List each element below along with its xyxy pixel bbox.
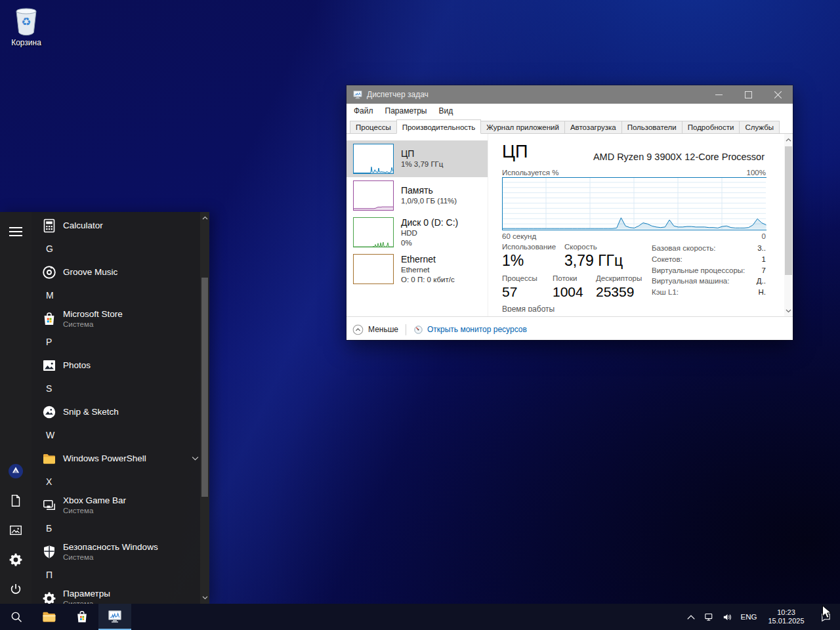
rail-pictures-button[interactable]	[0, 515, 32, 545]
app-label: Windows PowerShell	[63, 453, 146, 464]
documents-icon	[9, 494, 23, 508]
clock[interactable]: 10:2315.01.2025	[761, 604, 811, 630]
start-app-windows-powershell[interactable]: Windows PowerShell	[32, 447, 209, 471]
cpu-usage-chart	[502, 177, 766, 230]
app-label: Безопасность Windows	[63, 542, 158, 553]
user-avatar-icon	[8, 463, 24, 479]
app-sublabel: Система	[63, 320, 123, 329]
chevron-down-icon[interactable]	[192, 456, 199, 461]
app-sublabel: Система	[63, 506, 126, 515]
scroll-down-icon[interactable]	[200, 593, 209, 602]
app-section-Б[interactable]: Б	[32, 517, 209, 541]
microsoft-store-icon	[41, 311, 57, 327]
start-menu-scrollbar[interactable]	[200, 212, 209, 604]
volume-tray-button[interactable]	[718, 604, 736, 630]
tab-Журнал приложений[interactable]: Журнал приложений	[480, 121, 565, 134]
start-app-groove-music[interactable]: Groove Music	[32, 261, 209, 284]
scroll-up-icon[interactable]	[784, 135, 793, 144]
start-app-snip-sketch[interactable]: Snip & Sketch	[32, 400, 209, 424]
scrollbar-thumb[interactable]	[785, 146, 792, 275]
uptime-label: Время работы	[502, 304, 555, 312]
taskbar-file-explorer-button[interactable]	[33, 604, 66, 630]
taskbar-microsoft-store-button[interactable]	[66, 604, 98, 630]
app-section-G[interactable]: G	[32, 238, 209, 261]
detail-row: Сокетов:1	[652, 255, 766, 266]
app-label: Параметры	[63, 589, 110, 599]
start-app-microsoft-store[interactable]: Microsoft StoreСистема	[32, 307, 209, 331]
performance-body: ЦП1% 3,79 ГГцПамять1,0/9,0 ГБ (11%)Диск …	[346, 134, 793, 316]
cpu-panel: ЦП AMD Ryzen 9 3900X 12-Core Processor И…	[495, 134, 785, 312]
tab-Автозагрузка[interactable]: Автозагрузка	[564, 121, 622, 134]
stat-Скорость: Скорость3,79 ГГц	[564, 243, 623, 270]
sidebar-item-cpu[interactable]: ЦП1% 3,79 ГГц	[346, 140, 488, 177]
system-tray: ENG 10:2315.01.2025	[682, 604, 840, 630]
hamburger-menu-button[interactable]	[0, 217, 32, 246]
sidebar-item-title: Диск 0 (D: C:)	[401, 217, 458, 228]
start-app-photos[interactable]: Photos	[32, 354, 209, 377]
minimize-button[interactable]	[704, 85, 734, 104]
app-section-P[interactable]: P	[32, 331, 209, 354]
language-indicator[interactable]: ENG	[736, 604, 761, 630]
tab-Подробности[interactable]: Подробности	[682, 121, 740, 134]
tray-overflow-button[interactable]	[682, 604, 700, 630]
chevron-up-icon	[686, 614, 696, 620]
sidebar-item-sub: 1% 3,79 ГГц	[401, 159, 443, 169]
task-manager-footer: Меньше Открыть монитор ресурсов	[346, 316, 793, 342]
axis-label-0: 0	[762, 232, 766, 240]
tab-Пользователи[interactable]: Пользователи	[621, 121, 682, 134]
taskbar-search-button[interactable]	[0, 604, 33, 630]
network-tray-button[interactable]	[700, 604, 718, 630]
sidebar-item-ethernet[interactable]: EthernetEthernetО: 0 П: 0 кбит/с	[346, 251, 488, 287]
panel-scrollbar[interactable]	[784, 134, 793, 316]
app-section-W[interactable]: W	[32, 424, 209, 448]
maximize-button[interactable]	[734, 85, 763, 104]
sidebar-item-disk[interactable]: Диск 0 (D: C:)HDD0%	[346, 214, 488, 251]
title-bar[interactable]: Диспетчер задач	[346, 85, 793, 104]
close-button[interactable]	[763, 85, 793, 104]
start-app-xbox-game-bar[interactable]: Xbox Game BarСистема	[32, 494, 209, 517]
scrollbar-thumb[interactable]	[201, 278, 208, 497]
stat-Потоки: Потоки1004	[553, 274, 596, 300]
rail-power-button[interactable]	[0, 574, 32, 604]
hamburger-icon	[9, 226, 22, 237]
chevron-up-circle-icon	[352, 324, 364, 335]
mini-chart	[353, 254, 394, 284]
date: 15.01.2025	[768, 617, 804, 625]
rail-user-button[interactable]	[0, 456, 32, 486]
menu-item-0[interactable]: Файл	[348, 106, 379, 116]
groove-music-icon	[41, 264, 57, 280]
open-resource-monitor-link[interactable]: Открыть монитор ресурсов	[413, 325, 527, 335]
sidebar-item-title: Ethernet	[401, 254, 455, 265]
recycle-bin[interactable]: ♻ Корзина	[5, 4, 47, 47]
fewer-details-button[interactable]: Меньше	[352, 324, 398, 335]
action-center-button[interactable]	[811, 604, 840, 630]
scroll-up-icon[interactable]	[200, 213, 209, 222]
app-section-X[interactable]: X	[32, 471, 209, 494]
app-section-S[interactable]: S	[32, 377, 209, 401]
start-app-calculator[interactable]: Calculator	[32, 214, 209, 238]
detail-row: Виртуальные процессоры:7	[652, 266, 766, 278]
rail-settings-button[interactable]	[0, 545, 32, 574]
stat-Использование: Использование1%	[502, 243, 564, 270]
store-icon	[75, 610, 89, 624]
performance-sidebar: ЦП1% 3,79 ГГцПамять1,0/9,0 ГБ (11%)Диск …	[346, 134, 488, 316]
start-app-settings[interactable]: ПараметрыСистема	[32, 587, 209, 604]
menu-item-1[interactable]: Параметры	[379, 106, 433, 116]
rail-documents-button[interactable]	[0, 486, 32, 515]
start-menu: CalculatorGGroove MusicMMicrosoft StoreС…	[0, 212, 209, 604]
scroll-down-icon[interactable]	[784, 306, 793, 316]
app-section-M[interactable]: M	[32, 284, 209, 308]
window-title: Диспетчер задач	[367, 90, 429, 99]
menu-item-2[interactable]: Вид	[432, 106, 459, 116]
app-section-П[interactable]: П	[32, 564, 209, 587]
xbox-game-bar-icon	[41, 497, 57, 513]
sidebar-item-title: ЦП	[401, 148, 443, 159]
recycle-bin-icon: ♻	[10, 4, 42, 37]
tab-Службы[interactable]: Службы	[739, 121, 780, 134]
sidebar-item-sub: Ethernet	[401, 265, 455, 275]
tab-Производительность[interactable]: Производительность	[396, 119, 482, 134]
taskbar-task-manager-button[interactable]	[98, 604, 131, 630]
sidebar-item-memory[interactable]: Память1,0/9,0 ГБ (11%)	[346, 177, 488, 214]
tab-Процессы[interactable]: Процессы	[350, 121, 397, 134]
start-app-windows-security[interactable]: Безопасность WindowsСистема	[32, 540, 209, 564]
